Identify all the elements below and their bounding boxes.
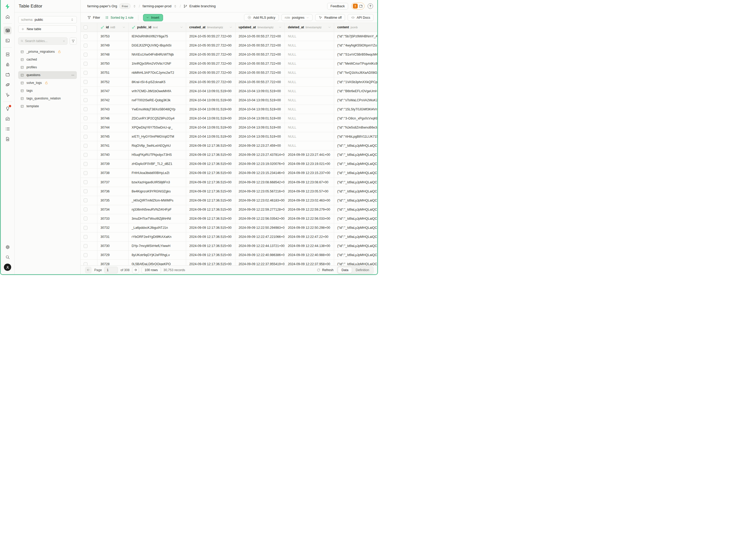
cell-created-at[interactable]: 2024-09-09 12:17:36.515+00 bbox=[186, 260, 235, 265]
cell-content[interactable]: {"id":"15LSIyT0JGMf3Kl4Vn bbox=[334, 105, 377, 114]
sidebar-item-questions[interactable]: questions bbox=[18, 71, 77, 79]
chevrons-updown-icon[interactable] bbox=[173, 4, 177, 8]
plan-badge[interactable]: Free bbox=[119, 3, 131, 9]
cell-updated-at[interactable]: 2024-09-09 12:23:27.437814+00 bbox=[235, 150, 285, 159]
tab-definition[interactable]: Definition bbox=[352, 267, 373, 273]
auth-lock-icon[interactable] bbox=[4, 61, 11, 68]
cell-deleted-at[interactable]: 2024-09-09 12:22:50.298+00 bbox=[285, 223, 334, 232]
cell-public-id[interactable]: H5uqFKpRUTPkjxdysT3HS bbox=[129, 150, 186, 159]
cell-id[interactable]: 30742 bbox=[97, 96, 129, 105]
sidebar-item-solve_logs[interactable]: solve_logs bbox=[18, 79, 77, 87]
row-checkbox[interactable] bbox=[84, 44, 87, 48]
chevrons-updown-icon[interactable] bbox=[133, 4, 136, 8]
cell-content[interactable]: {"id":"_Id9aLyJpMHQLaiQC bbox=[334, 214, 377, 223]
cell-id[interactable]: 30728 bbox=[97, 260, 129, 265]
cell-public-id[interactable]: YwEmuWdqT38XoSB048QYp bbox=[129, 105, 186, 114]
settings-gear-icon[interactable] bbox=[4, 243, 11, 251]
help-icon[interactable]: ? bbox=[368, 3, 373, 9]
chevron-down-icon[interactable] bbox=[180, 25, 183, 29]
add-rls-policy-button[interactable]: Add RLS policy bbox=[244, 14, 279, 21]
cell-deleted-at[interactable]: 2024-09-09 12:22:37.958+00 bbox=[285, 260, 334, 265]
cell-id[interactable]: 30752 bbox=[97, 77, 129, 86]
project-name[interactable]: farming-paper-prod bbox=[143, 4, 171, 8]
cell-deleted-at[interactable]: NULL bbox=[285, 59, 334, 68]
cell-deleted-at[interactable]: NULL bbox=[285, 114, 334, 123]
cell-updated-at[interactable]: 2024-10-04 13:09:01.519+00 bbox=[235, 105, 285, 114]
cell-public-id[interactable]: 1hnRQjxSRm2V0VticY2NF bbox=[129, 59, 186, 68]
cell-deleted-at[interactable]: NULL bbox=[285, 123, 334, 132]
cell-updated-at[interactable]: 2024-10-05 00:55:27.722+00 bbox=[235, 59, 285, 68]
row-checkbox[interactable] bbox=[84, 53, 87, 57]
row-checkbox[interactable] bbox=[84, 162, 87, 166]
cell-content[interactable]: {"id":"_Id9aLyJpMHQLaiQC bbox=[334, 242, 377, 250]
cell-deleted-at[interactable]: NULL bbox=[285, 32, 334, 41]
previous-page-button[interactable] bbox=[85, 267, 92, 273]
cell-id[interactable]: 30743 bbox=[97, 105, 129, 114]
cell-deleted-at[interactable]: NULL bbox=[285, 141, 334, 150]
sidebar-item-tags[interactable]: tags bbox=[18, 87, 77, 95]
cell-created-at[interactable]: 2024-09-09 12:17:36.515+00 bbox=[186, 169, 235, 177]
row-checkbox[interactable] bbox=[84, 62, 87, 66]
cell-deleted-at[interactable]: NULL bbox=[285, 96, 334, 105]
cell-created-at[interactable]: 2024-09-09 12:17:36.515+00 bbox=[186, 178, 235, 187]
cell-id[interactable]: 30736 bbox=[97, 187, 129, 196]
feedback-button[interactable]: Feedback bbox=[327, 3, 348, 10]
sidebar-item-cached[interactable]: cached bbox=[18, 56, 77, 63]
cell-public-id[interactable]: rYbORF2e4YgDt9fKAXaKn bbox=[129, 232, 186, 241]
chevron-down-icon[interactable] bbox=[122, 25, 126, 29]
sort-button[interactable]: Sorted by 1 rule bbox=[105, 16, 133, 19]
cell-content[interactable]: {"id":"fvrQ1bXoJ6XaAD08G bbox=[334, 68, 377, 77]
cell-updated-at[interactable]: 2024-10-05 00:55:27.722+00 bbox=[235, 68, 285, 77]
supabase-logo[interactable] bbox=[4, 3, 11, 10]
cell-public-id[interactable]: _La6pddxcKJIbgufATJ1n bbox=[129, 223, 186, 232]
cell-public-id[interactable]: nbMhHL3AP7OcCJymc2wT2 bbox=[129, 68, 186, 77]
cell-created-at[interactable]: 2024-10-04 13:09:01.519+00 bbox=[186, 123, 235, 132]
row-checkbox[interactable] bbox=[84, 144, 87, 148]
cell-deleted-at[interactable]: 2024-09-09 12:23:05.57+00 bbox=[285, 187, 334, 196]
cell-public-id[interactable]: nj336mN5reuRVNZrKHFpF bbox=[129, 205, 186, 214]
realtime-icon[interactable] bbox=[4, 91, 11, 99]
cell-updated-at[interactable]: 2024-10-05 00:55:27.722+00 bbox=[235, 50, 285, 59]
cell-created-at[interactable]: 2024-09-09 12:17:36.515+00 bbox=[186, 205, 235, 214]
row-checkbox[interactable] bbox=[84, 71, 87, 75]
cell-updated-at[interactable]: 2024-09-09 12:23:19.020076+00 bbox=[235, 159, 285, 168]
cell-content[interactable]: {"id":"_Id9aLyJpMHQLaiQC bbox=[334, 260, 377, 265]
cell-content[interactable]: {"id":"_Id9aLyJpMHQLaiQC bbox=[334, 178, 377, 187]
tab-data[interactable]: Data bbox=[338, 267, 352, 273]
edge-functions-icon[interactable] bbox=[4, 81, 11, 89]
row-checkbox[interactable] bbox=[84, 198, 87, 202]
cell-deleted-at[interactable]: 2024-09-09 12:23:19.021+00 bbox=[285, 159, 334, 168]
search-tables-input[interactable] bbox=[18, 37, 67, 45]
cell-updated-at[interactable]: 2024-10-05 00:55:27.722+00 bbox=[235, 77, 285, 86]
cell-created-at[interactable]: 2024-10-04 13:09:01.519+00 bbox=[186, 105, 235, 114]
filter-button[interactable]: Filter bbox=[87, 16, 100, 19]
cell-deleted-at[interactable]: 2024-09-09 12:22:44.138+00 bbox=[285, 242, 334, 250]
cell-public-id[interactable]: 0L5BAfDaLDl5rQOiqeKPO bbox=[129, 260, 186, 265]
cell-id[interactable]: 30730 bbox=[97, 242, 129, 250]
enable-branching-button[interactable]: Enable branching bbox=[183, 4, 215, 8]
cell-deleted-at[interactable]: NULL bbox=[285, 87, 334, 96]
cell-content[interactable]: {"id":"rtHbLpgB8V11LUK7152 bbox=[334, 132, 377, 141]
cell-public-id[interactable]: zHDq4c0F0VBF_TL2_dBZ1 bbox=[129, 159, 186, 168]
cell-deleted-at[interactable]: NULL bbox=[285, 105, 334, 114]
cell-public-id[interactable]: DGEJfJZPQUV9Q-IBqsNSi bbox=[129, 41, 186, 50]
search-tables-field[interactable] bbox=[25, 39, 61, 43]
cell-public-id[interactable]: vrIh7CMD-JtM1bOweMHfA bbox=[129, 87, 186, 96]
reports-icon[interactable] bbox=[4, 115, 11, 123]
row-checkbox[interactable] bbox=[84, 226, 87, 230]
row-checkbox[interactable] bbox=[84, 217, 87, 220]
cell-public-id[interactable]: nxFT002ISeRE-Qobg3K3k bbox=[129, 96, 186, 105]
cell-public-id[interactable]: DYp-7mcyMSIrHefLYIwwH bbox=[129, 242, 186, 250]
cell-public-id[interactable]: 3muDHTceTWso9IZj8hHNI bbox=[129, 214, 186, 223]
table-editor-icon[interactable] bbox=[4, 26, 11, 34]
cell-content[interactable]: {"id":"NJe5s8ZmBwnoB6e3s bbox=[334, 123, 377, 132]
cell-content[interactable]: {"id":"sTsWaLCPsVA2WuK2 bbox=[334, 96, 377, 105]
cell-deleted-at[interactable]: 2024-09-09 12:23:15.237+00 bbox=[285, 169, 334, 177]
cell-updated-at[interactable]: 2024-10-05 00:55:27.722+00 bbox=[235, 41, 285, 50]
cell-updated-at[interactable]: 2024-09-09 12:23:02.46183+00 bbox=[235, 196, 285, 205]
cell-id[interactable]: 30738 bbox=[97, 169, 129, 177]
row-checkbox[interactable] bbox=[84, 153, 87, 157]
cell-created-at[interactable]: 2024-09-09 12:17:36.515+00 bbox=[186, 141, 235, 150]
cell-id[interactable]: 30751 bbox=[97, 68, 129, 77]
cell-id[interactable]: 30732 bbox=[97, 223, 129, 232]
